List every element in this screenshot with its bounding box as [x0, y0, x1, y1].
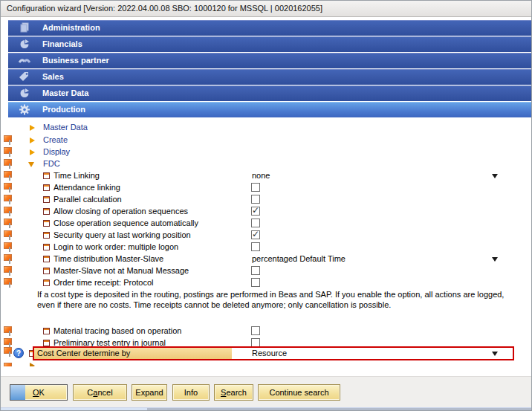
flag-icon [4, 326, 13, 337]
checkbox-checked[interactable]: ✓ [251, 230, 260, 239]
dropdown-value[interactable]: Resource [252, 349, 287, 357]
pie-arrow-icon [19, 88, 30, 99]
accordion-item-administration[interactable]: Administration [8, 20, 531, 36]
flag-icon [4, 242, 13, 253]
flag-icon [4, 347, 13, 357]
flag-icon [4, 135, 13, 146]
setting-label: Security query at last working position [53, 230, 191, 239]
setting-row-security-query: Security query at last working position … [1, 230, 531, 242]
flag-icon [4, 159, 13, 169]
flag-icon [4, 278, 13, 288]
setting-icon [43, 196, 50, 203]
tree-category-create[interactable]: Create [1, 135, 531, 146]
setting-row-cost-center-highlighted: ? Cost Center determine by Resource [1, 346, 531, 361]
checkbox[interactable] [251, 195, 260, 204]
category-label[interactable]: FDC [43, 159, 60, 168]
checkbox[interactable] [251, 242, 260, 251]
accordion-label: Financials [42, 36, 82, 52]
setting-icon [43, 328, 50, 334]
setting-icon [43, 340, 50, 346]
setting-row-time-distribution: Time distribution Master-Slave percentag… [1, 253, 531, 265]
gear-icon [19, 104, 30, 115]
setting-row-parallel-calculation: Parallel calculation [1, 194, 531, 206]
checkbox[interactable] [251, 278, 260, 287]
accordion-label: Administration [42, 20, 100, 36]
pages-icon [19, 22, 30, 33]
cancel-button[interactable]: Cancel [73, 384, 127, 401]
category-label[interactable]: Master Data [43, 123, 88, 132]
setting-icon [43, 208, 50, 215]
triangle-collapsed-icon[interactable] [30, 125, 35, 131]
setting-label: Master-Slave not at Manual Message [53, 266, 189, 275]
setting-label: Close operation sequence automatically [53, 219, 198, 227]
setting-row-attendance-linking: Attendance linking [1, 182, 531, 194]
triangle-collapsed-icon[interactable] [30, 137, 35, 143]
setting-icon [43, 172, 50, 179]
accordion-item-master-data[interactable]: Master Data [8, 85, 531, 101]
flag-icon [4, 207, 13, 217]
bottom-window-edge [1, 407, 531, 411]
continue-search-button[interactable]: Continue search [258, 384, 340, 401]
accordion-label: Master Data [42, 85, 88, 101]
help-icon[interactable]: ? [13, 348, 24, 358]
setting-icon [43, 184, 50, 191]
flag-icon [4, 230, 13, 241]
checkbox[interactable] [251, 266, 260, 275]
setting-label: Login to work order: multiple logon [53, 242, 178, 251]
button-bar: OK Cancel Expand Info Search Continue se… [1, 376, 531, 407]
module-accordion: Administration Financials Business partn… [8, 20, 531, 118]
configuration-wizard-window: Configuration wizard [Version: 2022.04.0… [0, 0, 532, 411]
triangle-expanded-icon[interactable] [28, 162, 34, 167]
setting-label: Time Linking [53, 171, 100, 180]
setting-icon [43, 220, 50, 227]
checkbox-checked[interactable]: ✓ [251, 207, 260, 216]
accordion-label: Sales [42, 69, 64, 85]
ok-button[interactable]: OK [10, 384, 68, 401]
setting-icon [43, 232, 50, 239]
setting-row-time-linking: Time Linking none [1, 170, 531, 182]
tree-category-master-data[interactable]: Master Data [1, 122, 531, 134]
dropdown-value[interactable]: percentaged Default Time [252, 254, 346, 263]
tree-category-fdc[interactable]: FDC [1, 158, 531, 170]
triangle-collapsed-icon [30, 363, 35, 366]
setting-label: Material tracing based on operation [53, 326, 181, 335]
accordion-label: Production [42, 102, 85, 117]
accordion-item-financials[interactable]: Financials [8, 36, 531, 52]
setting-label: Parallel calculation [53, 195, 122, 204]
flag-icon [4, 266, 13, 276]
chevron-down-icon[interactable] [492, 174, 498, 178]
setting-icon [43, 244, 50, 250]
checkbox[interactable] [251, 326, 260, 335]
expand-button[interactable]: Expand [132, 384, 167, 401]
setting-label: Cost Center determine by [37, 349, 130, 357]
setting-icon [43, 279, 50, 286]
accordion-item-sales[interactable]: Sales [8, 69, 531, 85]
info-button[interactable]: Info [172, 384, 210, 401]
setting-row-allow-closing: Allow closing of operation sequences ✓ [1, 206, 531, 218]
flag-icon [4, 254, 13, 265]
accordion-item-production[interactable]: Production [8, 102, 531, 117]
setting-icon [43, 256, 50, 262]
tree-category-display[interactable]: Display [1, 146, 531, 158]
handshake-icon [19, 55, 30, 66]
flag-icon [4, 195, 13, 205]
checkbox[interactable] [251, 219, 260, 227]
checkbox[interactable] [251, 183, 260, 192]
accordion-item-business-partner[interactable]: Business partner [8, 53, 531, 68]
chevron-down-icon[interactable] [492, 352, 498, 356]
setting-label: Allow closing of operation sequences [53, 207, 188, 216]
search-button[interactable]: Search [214, 384, 253, 401]
category-label[interactable]: Create [43, 135, 68, 144]
setting-label: Time distribution Master-Slave [53, 254, 163, 263]
dropdown-value[interactable]: none [252, 171, 270, 180]
flag-icon [4, 363, 13, 366]
triangle-collapsed-icon[interactable] [30, 149, 35, 155]
setting-row-order-time-protocol: Order time receipt: Protocol [1, 277, 531, 289]
setting-label: Attendance linking [53, 183, 120, 192]
chevron-down-icon[interactable] [492, 257, 498, 262]
accordion-label: Business partner [42, 53, 109, 68]
setting-row-master-slave-manual: Master-Slave not at Manual Message [1, 265, 531, 277]
category-label[interactable]: Display [43, 147, 70, 156]
settings-tree: Master Data Create Display FDC Time Link… [1, 120, 531, 375]
window-title: Configuration wizard [Version: 2022.04.0… [1, 1, 531, 17]
